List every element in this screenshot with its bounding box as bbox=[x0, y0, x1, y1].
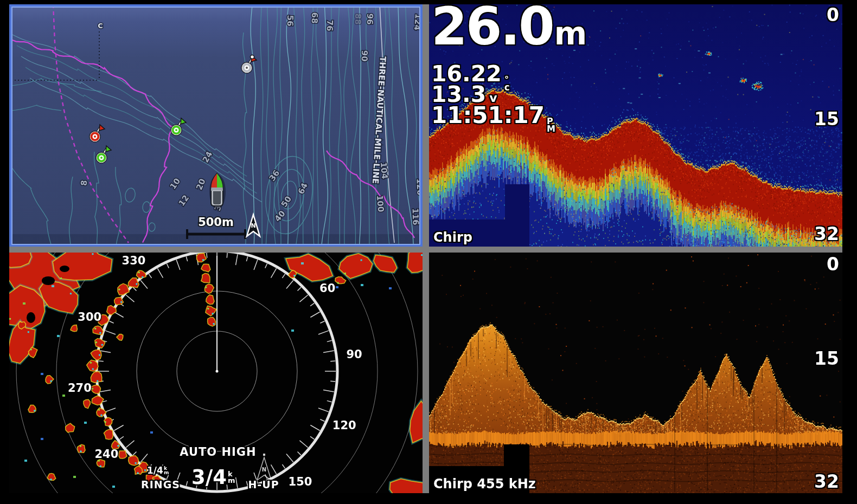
sidescan-scale-mid: 15 bbox=[814, 348, 839, 369]
time-readout: 11:51:17PM bbox=[431, 105, 555, 131]
sonar-mode-label: Chirp bbox=[433, 230, 472, 245]
sonar-scale-top: 0 bbox=[827, 4, 839, 25]
sidescan-scale-bottom: 32 bbox=[814, 471, 839, 492]
sidescan-scale-top: 0 bbox=[827, 254, 839, 275]
panel-divider-horizontal bbox=[9, 247, 842, 253]
sidescan-echogram-canvas[interactable] bbox=[429, 253, 842, 493]
chart-panel[interactable] bbox=[9, 4, 423, 247]
meridiem-m: M bbox=[547, 125, 555, 133]
sonar-scale-bottom: 32 bbox=[814, 223, 839, 244]
depth-value: 26.0 bbox=[431, 4, 553, 57]
sonar-scale-mid: 15 bbox=[814, 108, 839, 130]
sonar-panel[interactable]: 26.0m 16.22°c 13.3v 11:51:17PM 0 15 32 C… bbox=[429, 4, 842, 247]
chart-map-canvas[interactable] bbox=[9, 4, 423, 247]
mfd-screen: 26.0m 16.22°c 13.3v 11:51:17PM 0 15 32 C… bbox=[0, 0, 857, 504]
sidescan-panel[interactable]: 0 15 32 Chirp 455 kHz bbox=[429, 253, 842, 493]
depth-readout: 26.0m bbox=[431, 5, 587, 48]
sidescan-mode-label: Chirp 455 kHz bbox=[433, 476, 536, 492]
celsius-symbol: c bbox=[504, 83, 510, 91]
time-value: 11:51:17 bbox=[431, 102, 545, 128]
depth-unit: m bbox=[554, 15, 587, 52]
radar-panel[interactable]: AUTO HIGH 1/4km RINGS 3/4 km H-UP 609012… bbox=[9, 253, 423, 493]
radar-ppi-canvas[interactable] bbox=[9, 253, 423, 493]
